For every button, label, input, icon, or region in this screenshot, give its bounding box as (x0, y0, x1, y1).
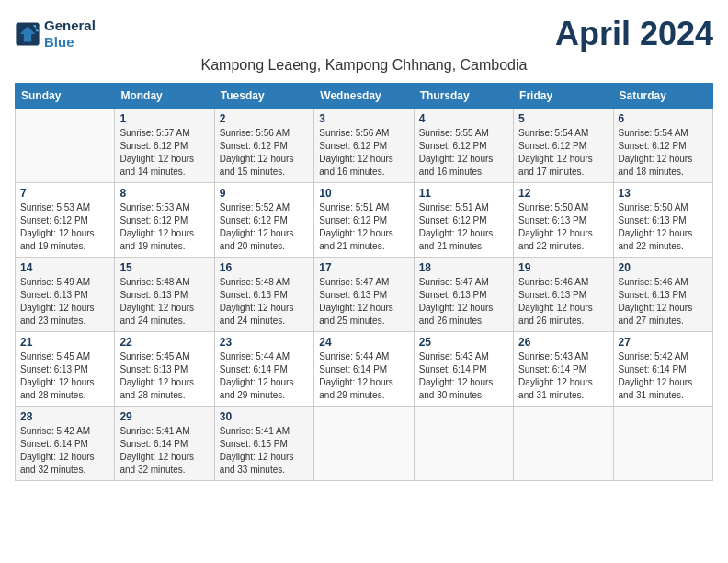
calendar-cell: 17Sunrise: 5:47 AMSunset: 6:13 PMDayligh… (314, 258, 414, 332)
day-info: Sunrise: 5:44 AMSunset: 6:14 PMDaylight:… (220, 350, 309, 402)
day-number: 10 (319, 187, 408, 200)
calendar-cell: 8Sunrise: 5:53 AMSunset: 6:12 PMDaylight… (115, 183, 214, 258)
calendar-week-3: 14Sunrise: 5:49 AMSunset: 6:13 PMDayligh… (16, 258, 713, 332)
header-row: SundayMondayTuesdayWednesdayThursdayFrid… (16, 84, 713, 109)
day-number: 11 (419, 187, 508, 200)
calendar-cell: 25Sunrise: 5:43 AMSunset: 6:14 PMDayligh… (414, 332, 513, 407)
day-number: 17 (319, 261, 408, 274)
calendar-week-2: 7Sunrise: 5:53 AMSunset: 6:12 PMDaylight… (16, 183, 713, 258)
calendar-cell: 19Sunrise: 5:46 AMSunset: 6:13 PMDayligh… (514, 258, 613, 332)
day-number: 18 (419, 261, 508, 274)
calendar-cell: 14Sunrise: 5:49 AMSunset: 6:13 PMDayligh… (16, 258, 115, 332)
day-info: Sunrise: 5:41 AMSunset: 6:15 PMDaylight:… (220, 425, 309, 477)
calendar-cell (514, 407, 613, 481)
calendar-week-5: 28Sunrise: 5:42 AMSunset: 6:14 PMDayligh… (16, 407, 713, 481)
calendar-cell: 28Sunrise: 5:42 AMSunset: 6:14 PMDayligh… (16, 407, 115, 481)
day-info: Sunrise: 5:50 AMSunset: 6:13 PMDaylight:… (619, 201, 708, 253)
day-number: 28 (20, 410, 109, 423)
calendar-cell: 4Sunrise: 5:55 AMSunset: 6:12 PMDaylight… (414, 109, 513, 183)
day-number: 14 (20, 261, 109, 274)
calendar-cell: 30Sunrise: 5:41 AMSunset: 6:15 PMDayligh… (214, 407, 313, 481)
calendar-cell (414, 407, 513, 481)
day-number: 12 (518, 187, 608, 200)
calendar-cell: 6Sunrise: 5:54 AMSunset: 6:12 PMDaylight… (613, 109, 712, 183)
day-number: 19 (518, 261, 608, 274)
calendar-cell (314, 407, 414, 481)
calendar-cell: 29Sunrise: 5:41 AMSunset: 6:14 PMDayligh… (115, 407, 214, 481)
day-info: Sunrise: 5:47 AMSunset: 6:13 PMDaylight:… (319, 276, 408, 327)
day-number: 13 (619, 187, 708, 200)
calendar-cell: 18Sunrise: 5:47 AMSunset: 6:13 PMDayligh… (414, 258, 513, 332)
calendar-cell: 27Sunrise: 5:42 AMSunset: 6:14 PMDayligh… (613, 332, 712, 407)
day-info: Sunrise: 5:51 AMSunset: 6:12 PMDaylight:… (319, 201, 408, 253)
day-info: Sunrise: 5:47 AMSunset: 6:13 PMDaylight:… (419, 276, 508, 327)
day-info: Sunrise: 5:44 AMSunset: 6:14 PMDaylight:… (319, 350, 408, 402)
day-number: 26 (518, 336, 608, 349)
day-info: Sunrise: 5:51 AMSunset: 6:12 PMDaylight:… (419, 201, 508, 253)
calendar-cell: 5Sunrise: 5:54 AMSunset: 6:12 PMDaylight… (514, 109, 613, 183)
calendar-cell: 23Sunrise: 5:44 AMSunset: 6:14 PMDayligh… (214, 332, 313, 407)
header-day-monday: Monday (115, 84, 214, 109)
day-number: 3 (319, 112, 408, 125)
calendar-cell: 12Sunrise: 5:50 AMSunset: 6:13 PMDayligh… (514, 183, 613, 258)
calendar-cell (613, 407, 712, 481)
day-number: 6 (619, 112, 708, 125)
calendar-cell: 13Sunrise: 5:50 AMSunset: 6:13 PMDayligh… (613, 183, 712, 258)
day-number: 15 (119, 261, 209, 274)
day-info: Sunrise: 5:46 AMSunset: 6:13 PMDaylight:… (518, 276, 608, 327)
page-header: General Blue April 2024 (15, 15, 713, 53)
calendar-cell: 3Sunrise: 5:56 AMSunset: 6:12 PMDaylight… (314, 109, 414, 183)
day-info: Sunrise: 5:54 AMSunset: 6:12 PMDaylight:… (518, 127, 608, 178)
day-info: Sunrise: 5:43 AMSunset: 6:14 PMDaylight:… (518, 350, 608, 402)
calendar-cell: 22Sunrise: 5:45 AMSunset: 6:13 PMDayligh… (115, 332, 214, 407)
day-info: Sunrise: 5:41 AMSunset: 6:14 PMDaylight:… (119, 425, 209, 477)
logo-icon (15, 21, 40, 47)
calendar-cell: 26Sunrise: 5:43 AMSunset: 6:14 PMDayligh… (514, 332, 613, 407)
header-day-thursday: Thursday (414, 84, 513, 109)
day-number: 2 (220, 112, 309, 125)
day-info: Sunrise: 5:49 AMSunset: 6:13 PMDaylight:… (20, 276, 109, 327)
day-number: 30 (220, 410, 309, 423)
day-number: 16 (220, 261, 309, 274)
calendar-cell: 7Sunrise: 5:53 AMSunset: 6:12 PMDaylight… (16, 183, 115, 258)
day-number: 25 (419, 336, 508, 349)
day-info: Sunrise: 5:45 AMSunset: 6:13 PMDaylight:… (119, 350, 209, 402)
calendar-table: SundayMondayTuesdayWednesdayThursdayFrid… (15, 83, 713, 481)
day-number: 4 (419, 112, 508, 125)
location-subtitle: Kampong Leaeng, Kampong Chhnang, Cambodi… (15, 57, 713, 74)
logo: General Blue (15, 17, 96, 51)
month-title: April 2024 (555, 15, 713, 53)
day-info: Sunrise: 5:56 AMSunset: 6:12 PMDaylight:… (220, 127, 309, 178)
calendar-cell: 9Sunrise: 5:52 AMSunset: 6:12 PMDaylight… (214, 183, 313, 258)
day-number: 29 (119, 410, 209, 423)
header-day-tuesday: Tuesday (214, 84, 313, 109)
calendar-week-1: 1Sunrise: 5:57 AMSunset: 6:12 PMDaylight… (16, 109, 713, 183)
day-info: Sunrise: 5:54 AMSunset: 6:12 PMDaylight:… (619, 127, 708, 178)
header-day-friday: Friday (514, 84, 613, 109)
day-info: Sunrise: 5:48 AMSunset: 6:13 PMDaylight:… (220, 276, 309, 327)
calendar-cell: 1Sunrise: 5:57 AMSunset: 6:12 PMDaylight… (115, 109, 214, 183)
day-info: Sunrise: 5:50 AMSunset: 6:13 PMDaylight:… (518, 201, 608, 253)
day-number: 22 (119, 336, 209, 349)
day-info: Sunrise: 5:56 AMSunset: 6:12 PMDaylight:… (319, 127, 408, 178)
day-info: Sunrise: 5:53 AMSunset: 6:12 PMDaylight:… (119, 201, 209, 253)
calendar-cell: 11Sunrise: 5:51 AMSunset: 6:12 PMDayligh… (414, 183, 513, 258)
header-day-saturday: Saturday (613, 84, 712, 109)
day-info: Sunrise: 5:42 AMSunset: 6:14 PMDaylight:… (20, 425, 109, 477)
calendar-cell: 24Sunrise: 5:44 AMSunset: 6:14 PMDayligh… (314, 332, 414, 407)
calendar-header: SundayMondayTuesdayWednesdayThursdayFrid… (16, 84, 713, 109)
calendar-cell: 2Sunrise: 5:56 AMSunset: 6:12 PMDaylight… (214, 109, 313, 183)
calendar-cell: 15Sunrise: 5:48 AMSunset: 6:13 PMDayligh… (115, 258, 214, 332)
logo-text: General Blue (44, 17, 96, 51)
day-number: 20 (619, 261, 708, 274)
calendar-cell: 10Sunrise: 5:51 AMSunset: 6:12 PMDayligh… (314, 183, 414, 258)
day-info: Sunrise: 5:46 AMSunset: 6:13 PMDaylight:… (619, 276, 708, 327)
day-number: 5 (518, 112, 608, 125)
day-number: 27 (619, 336, 708, 349)
day-info: Sunrise: 5:55 AMSunset: 6:12 PMDaylight:… (419, 127, 508, 178)
header-day-sunday: Sunday (16, 84, 115, 109)
calendar-cell: 16Sunrise: 5:48 AMSunset: 6:13 PMDayligh… (214, 258, 313, 332)
day-number: 23 (220, 336, 309, 349)
day-info: Sunrise: 5:48 AMSunset: 6:13 PMDaylight:… (119, 276, 209, 327)
calendar-cell: 21Sunrise: 5:45 AMSunset: 6:13 PMDayligh… (16, 332, 115, 407)
